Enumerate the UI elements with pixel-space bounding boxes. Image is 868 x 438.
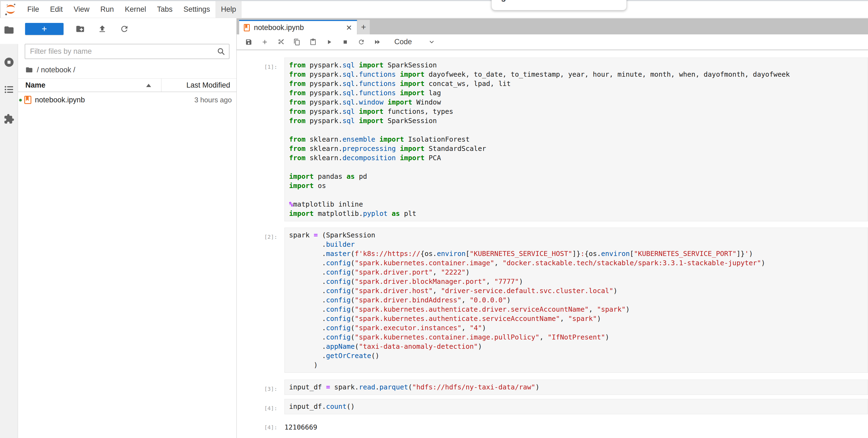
restart-run-all-button[interactable] (374, 38, 381, 46)
cell-editor[interactable]: spark = (SparkSession .builder .master(f… (284, 228, 868, 373)
tab-bar: notebook.ipynb ✕ + (237, 18, 868, 34)
cell-prompt: [1]: (237, 58, 284, 221)
filter-files-wrap (25, 44, 229, 59)
save-button[interactable] (245, 38, 252, 46)
folder-icon (25, 66, 33, 74)
filter-files-input[interactable] (25, 44, 229, 59)
jupyter-logo-icon (4, 3, 18, 17)
file-last-modified: 3 hours ago (194, 96, 232, 104)
cell-editor[interactable]: from pyspark.sql import SparkSessionfrom… (284, 58, 868, 221)
file-listing-header: Name Last Modified (18, 78, 237, 92)
menu-item-file[interactable]: File (22, 1, 45, 18)
extension-manager-icon[interactable] (3, 113, 15, 125)
new-launcher-button[interactable]: + (25, 23, 64, 35)
sort-ascending-icon (146, 84, 151, 87)
upload-files-button[interactable] (97, 24, 108, 34)
close-tab-icon[interactable]: ✕ (346, 24, 352, 32)
menu-items: FileEditViewRunKernelTabsSettingsHelp (22, 1, 242, 18)
main-layout: + / notebook / Name (0, 18, 868, 438)
tab-title: notebook.ipynb (254, 24, 304, 32)
output-text: 12106669 (284, 418, 868, 432)
cell-prompt: [2]: (237, 228, 284, 373)
activity-bar (0, 18, 18, 438)
menu-item-view[interactable]: View (68, 1, 95, 18)
menu-item-help[interactable]: Help (215, 1, 242, 18)
interrupt-kernel-button[interactable] (342, 38, 349, 46)
cell-prompt: [3]: (237, 380, 284, 395)
cell-editor[interactable]: input_df.count() (284, 399, 868, 414)
file-browser-toolbar: + (18, 18, 237, 36)
copy-cells-button[interactable] (293, 38, 301, 46)
file-row-notebook[interactable]: notebook.ipynb 3 hours ago (18, 92, 237, 107)
paste-cells-button[interactable] (310, 38, 317, 46)
browser-edge (0, 0, 868, 1)
file-browser-icon[interactable] (3, 24, 15, 36)
menu-item-edit[interactable]: Edit (45, 1, 68, 18)
cell-type-label: Code (394, 38, 412, 46)
search-icon (217, 47, 225, 56)
restart-kernel-button[interactable] (358, 38, 365, 46)
cell-output-row: [4]: 12106669 (237, 418, 868, 432)
table-of-contents-icon[interactable] (3, 84, 15, 95)
popup-url-text: github.com (501, 0, 548, 1)
new-folder-button[interactable] (75, 24, 86, 34)
column-header-name[interactable]: Name (18, 81, 45, 89)
running-kernel-dot (19, 99, 22, 101)
cell-type-dropdown[interactable]: Code (394, 38, 435, 46)
code-cell-4: [4]:input_df.count() (237, 399, 868, 414)
notebook-tab-icon (244, 24, 250, 31)
cell-editor[interactable]: input_df = spark.read.parquet("hdfs://hd… (284, 380, 868, 395)
new-tab-button[interactable]: + (357, 20, 370, 34)
notebook-toolbar: Code (237, 34, 868, 50)
cell-prompt: [4]: (237, 399, 284, 414)
code-cell-1: [1]:from pyspark.sql import SparkSession… (237, 58, 868, 221)
cut-cells-button[interactable] (277, 38, 284, 46)
dock-panel: notebook.ipynb ✕ + (237, 18, 868, 438)
file-name: notebook.ipynb (35, 96, 85, 104)
run-cell-button[interactable] (326, 38, 333, 46)
menu-item-tabs[interactable]: Tabs (152, 1, 178, 18)
menu-bar: FileEditViewRunKernelTabsSettingsHelp (0, 1, 868, 18)
column-header-last-modified[interactable]: Last Modified (186, 81, 230, 89)
code-cell-2: [2]:spark = (SparkSession .builder .mast… (237, 228, 868, 373)
code-cell-3: [3]:input_df = spark.read.parquet("hdfs:… (237, 380, 868, 395)
menu-item-run[interactable]: Run (95, 1, 119, 18)
column-divider (161, 79, 161, 92)
menu-item-kernel[interactable]: Kernel (119, 1, 152, 18)
refresh-file-list-button[interactable] (119, 24, 130, 34)
breadcrumb-path: / notebook / (37, 66, 75, 74)
breadcrumb[interactable]: / notebook / (18, 64, 237, 75)
menu-item-settings[interactable]: Settings (178, 1, 216, 18)
browser-popup: github.com (491, 0, 627, 10)
notebook-scroll-area[interactable]: [1]:from pyspark.sql import SparkSession… (237, 50, 868, 438)
notebook-file-icon (24, 96, 31, 104)
output-prompt: [4]: (237, 418, 284, 432)
file-browser-panel: + / notebook / Name (18, 18, 237, 438)
running-kernels-icon[interactable] (3, 57, 15, 68)
tab-notebook-ipynb[interactable]: notebook.ipynb ✕ (239, 20, 357, 34)
add-cell-button[interactable] (261, 38, 268, 46)
chevron-down-icon (428, 39, 435, 45)
